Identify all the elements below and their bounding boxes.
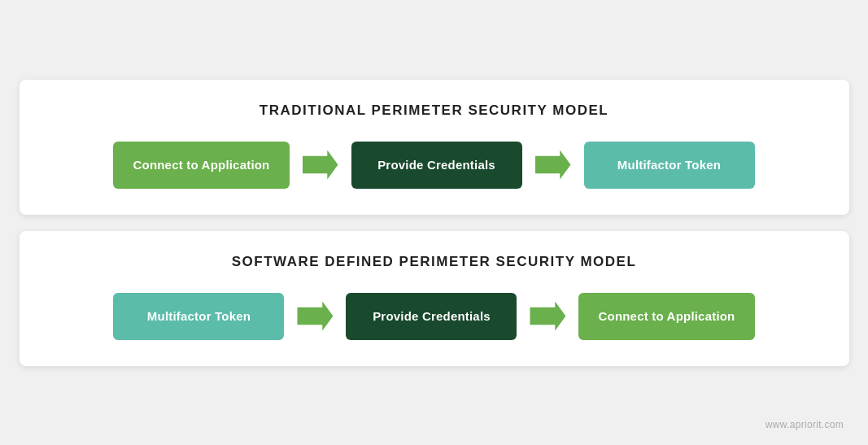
traditional-flow-row: Connect to Application Provide Credentia… [52, 142, 817, 189]
sdp-model-title: SOFTWARE DEFINED PERIMETER SECURITY MODE… [232, 254, 637, 270]
sdp-box-3: Connect to Application [578, 293, 754, 340]
trad-box-3: Multifactor Token [584, 142, 755, 189]
sdp-arrow-1 [297, 302, 333, 331]
traditional-model-title: TRADITIONAL PERIMETER SECURITY MODEL [260, 103, 608, 119]
trad-box-2: Provide Credentials [351, 142, 522, 189]
sdp-box-1: Multifactor Token [113, 293, 284, 340]
sdp-flow-row: Multifactor Token Provide Credentials Co… [52, 293, 817, 340]
sdp-model-card: SOFTWARE DEFINED PERIMETER SECURITY MODE… [20, 231, 849, 366]
trad-box-1: Connect to Application [113, 142, 289, 189]
trad-arrow-2 [535, 151, 571, 180]
traditional-model-card: TRADITIONAL PERIMETER SECURITY MODEL Con… [20, 80, 849, 215]
trad-arrow-1 [303, 151, 338, 180]
sdp-box-2: Provide Credentials [346, 293, 517, 340]
watermark-text: www.apriorit.com [765, 419, 844, 430]
sdp-arrow-2 [530, 302, 565, 331]
